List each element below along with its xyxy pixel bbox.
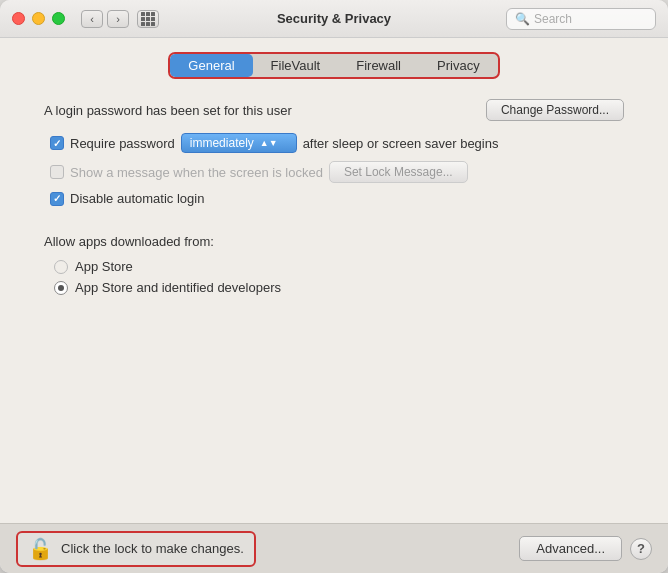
grid-icon xyxy=(141,12,155,26)
radio-app-store-identified[interactable] xyxy=(54,281,68,295)
lock-text: Click the lock to make changes. xyxy=(61,541,244,556)
immediately-value: immediately xyxy=(190,136,254,150)
immediately-dropdown[interactable]: immediately ▲▼ xyxy=(181,133,297,153)
options-area: Require password immediately ▲▼ after sl… xyxy=(40,133,628,206)
minimize-button[interactable] xyxy=(32,12,45,25)
require-password-checkbox[interactable] xyxy=(50,136,64,150)
login-password-text: A login password has been set for this u… xyxy=(44,103,292,118)
allow-apps-section: Allow apps downloaded from: App Store Ap… xyxy=(40,234,628,301)
require-password-label: Require password xyxy=(70,136,175,151)
tab-firewall[interactable]: Firewall xyxy=(338,54,419,77)
bottom-right: Advanced... ? xyxy=(519,536,652,561)
tab-general[interactable]: General xyxy=(170,54,252,77)
forward-button[interactable]: › xyxy=(107,10,129,28)
after-sleep-text: after sleep or screen saver begins xyxy=(303,136,499,151)
bottom-bar: 🔓 Click the lock to make changes. Advanc… xyxy=(0,523,668,573)
advanced-button[interactable]: Advanced... xyxy=(519,536,622,561)
content-area: General FileVault Firewall Privacy A log… xyxy=(0,38,668,523)
back-button[interactable]: ‹ xyxy=(81,10,103,28)
tab-filevault[interactable]: FileVault xyxy=(253,54,339,77)
set-lock-message-button[interactable]: Set Lock Message... xyxy=(329,161,468,183)
maximize-button[interactable] xyxy=(52,12,65,25)
radio-app-store-identified-row: App Store and identified developers xyxy=(44,280,624,295)
help-button[interactable]: ? xyxy=(630,538,652,560)
lock-area[interactable]: 🔓 Click the lock to make changes. xyxy=(16,531,256,567)
show-message-checkbox[interactable] xyxy=(50,165,64,179)
grid-button[interactable] xyxy=(137,10,159,28)
search-placeholder: Search xyxy=(534,12,572,26)
nav-buttons: ‹ › xyxy=(81,10,129,28)
disable-auto-login-checkbox[interactable] xyxy=(50,192,64,206)
radio-app-store-row: App Store xyxy=(44,259,624,274)
change-password-button[interactable]: Change Password... xyxy=(486,99,624,121)
app-store-label: App Store xyxy=(75,259,133,274)
traffic-lights xyxy=(12,12,65,25)
show-message-row: Show a message when the screen is locked… xyxy=(50,161,628,183)
general-panel: A login password has been set for this u… xyxy=(0,89,668,523)
titlebar: ‹ › Security & Privacy 🔍 Search xyxy=(0,0,668,38)
disable-auto-login-label: Disable automatic login xyxy=(70,191,204,206)
tabs-wrapper: General FileVault Firewall Privacy xyxy=(0,38,668,89)
require-password-row: Require password immediately ▲▼ after sl… xyxy=(50,133,628,153)
app-store-identified-label: App Store and identified developers xyxy=(75,280,281,295)
close-button[interactable] xyxy=(12,12,25,25)
window-title: Security & Privacy xyxy=(277,11,391,26)
disable-auto-login-row: Disable automatic login xyxy=(50,191,628,206)
lock-icon: 🔓 xyxy=(28,537,53,561)
tabs-container: General FileVault Firewall Privacy xyxy=(168,52,499,79)
dropdown-arrow-icon: ▲▼ xyxy=(260,138,278,148)
window: ‹ › Security & Privacy 🔍 Search General … xyxy=(0,0,668,573)
radio-app-store[interactable] xyxy=(54,260,68,274)
show-message-label: Show a message when the screen is locked xyxy=(70,165,323,180)
search-box[interactable]: 🔍 Search xyxy=(506,8,656,30)
allow-apps-title: Allow apps downloaded from: xyxy=(44,234,624,249)
tab-privacy[interactable]: Privacy xyxy=(419,54,498,77)
login-password-row: A login password has been set for this u… xyxy=(40,99,628,121)
search-icon: 🔍 xyxy=(515,12,530,26)
